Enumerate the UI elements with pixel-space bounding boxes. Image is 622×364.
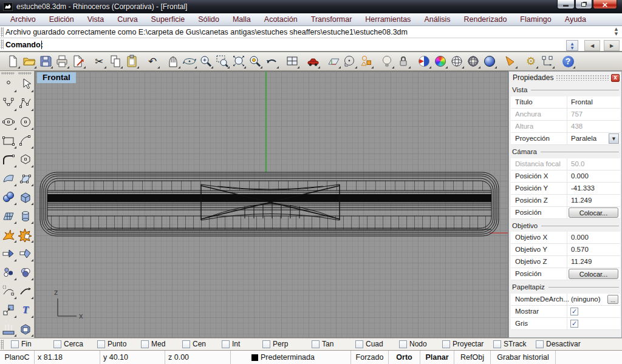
save-button[interactable] (38, 53, 53, 69)
rotate-view-button[interactable] (182, 53, 197, 69)
lamp-button[interactable] (379, 53, 395, 69)
shaded-view-button[interactable] (416, 53, 432, 69)
gris-checkbox[interactable]: ✓ (570, 320, 578, 328)
tan-checkbox[interactable] (312, 340, 320, 348)
drag-grip[interactable] (1, 27, 4, 37)
menu-analisis[interactable]: Análisis (417, 14, 457, 25)
close-button[interactable]: × (593, 0, 617, 9)
scroll-down-icon[interactable]: ▼ (615, 32, 618, 36)
toggle-planar[interactable]: Planar (420, 351, 454, 364)
text-tool-button[interactable]: T (18, 302, 33, 318)
toggle-orto[interactable]: Orto (389, 351, 420, 364)
strack-checkbox[interactable] (493, 340, 501, 348)
punto-checkbox[interactable] (97, 340, 105, 348)
paste-button[interactable] (124, 53, 140, 69)
cen-checkbox[interactable] (182, 340, 190, 348)
cone-button[interactable] (502, 53, 518, 69)
cut-button[interactable]: ✂ (91, 53, 107, 69)
curve-tool-button[interactable] (1, 95, 16, 112)
fillet-tool-button[interactable] (1, 151, 16, 168)
int-checkbox[interactable] (222, 340, 230, 348)
proyeccion-dropdown-button[interactable]: ▼ (609, 133, 619, 144)
layer-name[interactable]: Predeterminada (261, 353, 315, 362)
osnap-desactivar[interactable]: Desactivar (536, 340, 581, 348)
zoom-dynamic-button[interactable] (198, 53, 214, 69)
export-button[interactable] (70, 53, 86, 69)
drag-grip[interactable] (1, 72, 15, 75)
point-cloud-tool-button[interactable] (1, 264, 16, 281)
menu-vista[interactable]: Vista (81, 14, 111, 25)
med-checkbox[interactable] (141, 340, 149, 348)
pointer-tool-button[interactable] (18, 76, 33, 93)
osnap-tan[interactable]: Tan (312, 340, 333, 348)
spin-up-icon[interactable]: ▲ (571, 41, 574, 46)
cplane-button[interactable] (326, 53, 341, 69)
spin-down-icon[interactable]: ▼ (571, 46, 574, 50)
viewport-layout-button[interactable] (284, 53, 300, 69)
wireframe-sphere-button[interactable] (449, 53, 465, 69)
boolean-tool-button[interactable] (18, 226, 33, 243)
panel-close-button[interactable]: x (611, 74, 620, 82)
osnap-cen[interactable]: Cen (182, 340, 206, 348)
restore-button[interactable] (575, 0, 592, 9)
new-file-button[interactable] (5, 53, 21, 69)
undo-view-button[interactable] (264, 53, 279, 69)
toggle-refobj[interactable]: RefObj (454, 351, 491, 364)
osnap-med[interactable]: Med (141, 340, 165, 348)
color-wheel-button[interactable] (432, 53, 448, 69)
mesh-tool-button[interactable] (1, 207, 16, 224)
colocar-objetivo-button[interactable]: Colocar... (569, 269, 618, 279)
history-dimension-button[interactable] (539, 53, 555, 69)
menu-transformar[interactable]: Transformar (304, 14, 359, 25)
proyeccion-value[interactable]: Paralela (571, 135, 596, 142)
point-tool-button[interactable] (1, 76, 16, 93)
mostrar-checkbox[interactable]: ✓ (570, 308, 578, 315)
scale-tool-button[interactable] (1, 302, 16, 318)
rectangle-tool-button[interactable] (1, 132, 16, 149)
cage-tool-button[interactable] (18, 320, 33, 337)
toggle-forzado[interactable]: Forzado (351, 351, 389, 364)
nodo-checkbox[interactable] (399, 340, 407, 348)
properties-header[interactable]: Propiedades x (509, 72, 621, 84)
titulo-value[interactable]: Frontal (571, 98, 593, 106)
arc-tool-button[interactable] (18, 132, 33, 149)
menu-malla[interactable]: Malla (226, 14, 258, 25)
menu-herramientas[interactable]: Herramientas (358, 14, 417, 25)
circle-tool-button[interactable] (18, 113, 33, 130)
extend-tool-button[interactable] (18, 283, 33, 300)
posicion-x-value[interactable]: 0.000 (571, 172, 589, 180)
perp-checkbox[interactable] (262, 340, 270, 348)
osnap-strack[interactable]: STrack (493, 340, 527, 348)
box-tool-button[interactable] (18, 189, 33, 206)
viewport-frontal[interactable]: Frontal (35, 71, 508, 338)
browse-file-button[interactable]: ... (607, 295, 618, 304)
osnap-proyectar[interactable]: Proyectar (442, 340, 484, 348)
toggle-grabar-historial[interactable]: Grabar historial (491, 351, 556, 364)
menu-archivo[interactable]: Archivo (4, 14, 43, 25)
plane-tool-button[interactable] (18, 170, 33, 187)
polygon-tool-button[interactable] (18, 151, 33, 168)
osnap-fin[interactable]: Fin (11, 340, 32, 348)
help-button[interactable]: ? (560, 53, 576, 69)
command-input[interactable]: Comando: (0, 38, 622, 52)
ghosted-sphere-button[interactable] (465, 53, 481, 69)
command-prev-button[interactable]: ◀ (584, 40, 600, 51)
pan-button[interactable] (165, 53, 181, 69)
rendered-sphere-button[interactable] (482, 53, 497, 69)
osnap-punto[interactable]: Punto (97, 340, 126, 348)
menu-acotacion[interactable]: Acotación (258, 14, 304, 25)
curve-edit-tool-button[interactable] (1, 283, 16, 300)
copy-button[interactable] (108, 53, 123, 69)
drag-grip[interactable] (1, 340, 4, 349)
open-file-button[interactable] (21, 53, 37, 69)
menu-superficie[interactable]: Superficie (145, 14, 192, 25)
move-car-button[interactable] (305, 53, 321, 69)
menu-flamingo[interactable]: Flamingo (513, 14, 558, 25)
circle-center-button[interactable] (342, 53, 358, 69)
objetivo-z-value[interactable]: 11.249 (571, 258, 592, 265)
layer-cell[interactable]: Predeterminada (231, 351, 351, 364)
cylinder-tool-button[interactable] (18, 207, 33, 224)
nombre-archivo-value[interactable]: (ninguno) (571, 295, 601, 303)
lock-button[interactable] (395, 53, 411, 69)
menu-ayuda[interactable]: Ayuda (558, 14, 593, 25)
